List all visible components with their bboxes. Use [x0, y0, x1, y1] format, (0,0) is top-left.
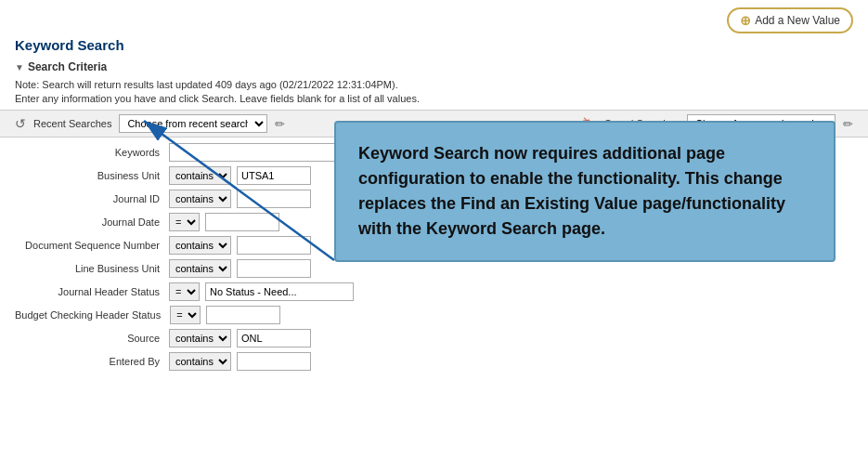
entered-by-row: Entered By contains — [15, 352, 853, 371]
doc-seq-input[interactable] — [237, 236, 311, 255]
journal-date-label: Journal Date — [15, 216, 163, 228]
entered-by-input[interactable] — [237, 352, 311, 371]
journal-header-label: Journal Header Status — [15, 286, 163, 297]
journal-id-input[interactable] — [237, 190, 311, 208]
journal-id-operator-select[interactable]: contains — [169, 190, 231, 208]
collapse-icon[interactable]: ▼ — [15, 62, 24, 72]
page-title: Keyword Search — [0, 37, 868, 57]
keywords-input[interactable] — [169, 143, 355, 162]
doc-seq-label: Document Sequence Number — [15, 240, 163, 251]
tooltip-box: Keyword Search now requires additional p… — [334, 121, 836, 262]
line-bu-label: Line Business Unit — [15, 263, 163, 274]
saved-searches-edit-icon[interactable]: ✏ — [843, 117, 853, 131]
tooltip-text: Keyword Search now requires additional p… — [358, 141, 811, 242]
entered-by-operator-select[interactable]: contains — [169, 352, 231, 371]
enter-info-text: Enter any information you have and click… — [0, 92, 868, 110]
recent-searches-label: Recent Searches — [33, 118, 111, 129]
journal-date-operator-select[interactable]: = — [169, 213, 200, 231]
recent-searches-icon: ↺ — [15, 116, 26, 131]
search-criteria-header: ▼ Search Criteria — [0, 57, 868, 77]
line-bu-operator-select[interactable]: contains — [169, 259, 231, 278]
add-new-button[interactable]: ⊕ Add a New Value — [727, 7, 853, 33]
budget-checking-label: Budget Checking Header Status — [15, 309, 164, 321]
entered-by-label: Entered By — [15, 356, 163, 367]
doc-seq-operator-select[interactable]: contains — [169, 236, 231, 255]
business-unit-label: Business Unit — [15, 170, 163, 181]
source-input[interactable] — [237, 329, 311, 347]
line-bu-row: Line Business Unit contains — [15, 259, 853, 278]
note-text: Note: Search will return results last up… — [0, 77, 868, 92]
business-unit-input[interactable] — [237, 166, 311, 185]
budget-checking-row: Budget Checking Header Status = — [15, 306, 853, 324]
budget-operator-select[interactable]: = — [170, 306, 201, 324]
journal-header-operator-select[interactable]: = — [169, 282, 200, 301]
recent-searches-select[interactable]: Choose from recent searches — [119, 114, 267, 133]
search-criteria-label: Search Criteria — [28, 60, 107, 73]
add-new-label: Add a New Value — [755, 14, 840, 27]
journal-header-input[interactable] — [205, 282, 354, 301]
journal-header-row: Journal Header Status = — [15, 282, 853, 301]
business-unit-operator-select[interactable]: contains — [169, 166, 231, 185]
source-row: Source contains — [15, 329, 853, 347]
budget-input[interactable] — [206, 306, 280, 324]
plus-circle-icon: ⊕ — [740, 13, 751, 28]
source-operator-select[interactable]: contains — [169, 329, 231, 347]
source-label: Source — [15, 333, 163, 344]
line-bu-input[interactable] — [237, 259, 311, 278]
journal-id-label: Journal ID — [15, 193, 163, 204]
journal-date-input[interactable] — [205, 213, 279, 231]
keywords-label: Keywords — [15, 147, 163, 158]
recent-searches-edit-icon[interactable]: ✏ — [275, 117, 285, 131]
top-bar: ⊕ Add a New Value — [0, 0, 868, 37]
